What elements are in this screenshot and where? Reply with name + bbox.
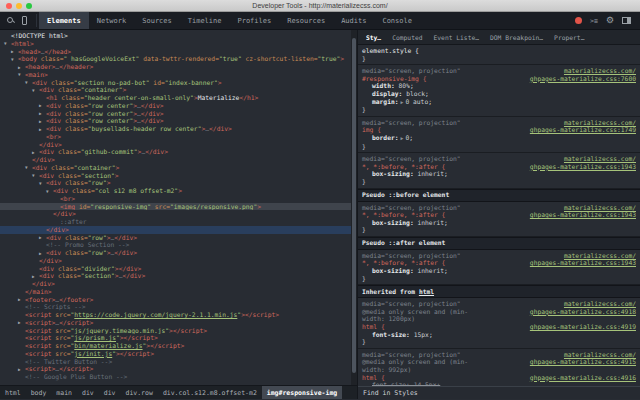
error-badge[interactable] [575, 17, 582, 24]
tree-row[interactable]: ▼<div class="section"> [0, 172, 357, 180]
chevron-right-icon[interactable]: ▶ [11, 48, 18, 55]
tree-row[interactable]: <!-- Twitter Button --> [0, 358, 357, 366]
find-in-styles-input[interactable]: Find in Styles [358, 386, 640, 399]
chevron-right-icon[interactable]: ▶ [32, 149, 39, 156]
chevron-down-icon[interactable]: ▼ [39, 180, 46, 187]
tab-sources[interactable]: Sources [134, 12, 180, 29]
chevron-down-icon[interactable]: ▼ [11, 56, 18, 63]
settings-gear-icon[interactable]: ⚙ [606, 16, 614, 25]
tree-row[interactable]: ▶<div class="row">…</div> [0, 234, 357, 242]
tree-row[interactable]: ▶<div class="row center">…</div> [0, 102, 357, 110]
tab-audits[interactable]: Audits [333, 12, 374, 29]
tree-row[interactable]: ▶<script>…</script> [0, 319, 357, 327]
tree-row[interactable]: ▶<div class="section">…</div> [0, 272, 357, 280]
elements-scrollbar[interactable] [351, 30, 357, 385]
tree-row[interactable]: <br> [0, 133, 357, 141]
chevron-right-icon[interactable]: ▶ [39, 234, 46, 241]
breadcrumb-item-body[interactable]: body [26, 386, 52, 399]
stylesheet-link[interactable]: materializecss.com/ [564, 252, 636, 260]
tree-row[interactable]: <br> [0, 195, 357, 203]
stylesheet-link[interactable]: ghpages-materialize.css:1749 [530, 126, 636, 134]
tree-row[interactable]: </div> [0, 280, 357, 288]
tree-row[interactable]: ▼<main> [0, 71, 357, 79]
tree-row[interactable]: <div class="divider"></div> [0, 265, 357, 273]
tree-row[interactable]: ▶<div class="row center">…</div> [0, 110, 357, 118]
tree-row[interactable]: <script src="js/jquery.timeago.min.js"><… [0, 327, 357, 335]
tree-row[interactable]: ::after [0, 218, 357, 226]
chevron-down-icon[interactable]: ▼ [18, 71, 25, 78]
inspect-icon[interactable] [7, 17, 15, 25]
sidebar-tab-propert[interactable]: Propert… [554, 34, 584, 41]
stylesheet-link[interactable]: materializecss.com/ [564, 204, 636, 212]
tab-timeline[interactable]: Timeline [180, 12, 230, 29]
breadcrumb-item-div[interactable]: div [99, 386, 121, 399]
tree-row[interactable]: ▼<div class="container"> [0, 86, 357, 94]
tree-row[interactable]: <script src="https://code.jquery.com/jqu… [0, 311, 357, 319]
tree-row[interactable]: ▼<div class="col s12 m8 offset-m2"> [0, 187, 357, 195]
breadcrumb-item-div[interactable]: div [77, 386, 99, 399]
breadcrumb-item-main[interactable]: main [51, 386, 77, 399]
stylesheet-link[interactable]: materializecss.com/ [564, 67, 636, 75]
breadcrumb-item-img-responsive-img[interactable]: img#responsive-img [262, 386, 342, 399]
chevron-down-icon[interactable]: ▼ [4, 40, 11, 47]
tree-row[interactable]: ▼<body class=" hasGoogleVoiceExt" data-t… [0, 55, 357, 63]
stylesheet-link[interactable]: ghpages-materialize.css:1943 [530, 163, 636, 171]
stylesheet-link[interactable]: materializecss.com/ [564, 119, 636, 127]
stylesheet-link[interactable]: materializecss.com/ [564, 155, 636, 163]
chevron-down-icon[interactable]: ▼ [32, 172, 39, 179]
zoom-button[interactable] [26, 3, 32, 9]
tree-row[interactable]: ▼<html> [0, 40, 357, 48]
chevron-down-icon[interactable]: ▼ [32, 87, 39, 94]
tree-row[interactable]: ▶<script>…</script> [0, 365, 357, 373]
tree-row[interactable]: </div> [0, 141, 357, 149]
chevron-right-icon[interactable]: ▶ [32, 273, 39, 280]
sidebar-tab-eventliste[interactable]: Event Liste… [434, 34, 480, 41]
stylesheet-link[interactable]: materializecss.com/ [564, 351, 636, 359]
breadcrumb-item-div-col-s12-m8-offset-m2[interactable]: div.col.s12.m8.offset-m2 [158, 386, 262, 399]
minimize-button[interactable] [16, 3, 22, 9]
tab-network[interactable]: Network [89, 12, 135, 29]
chevron-right-icon[interactable]: ▶ [39, 250, 46, 257]
tab-elements[interactable]: Elements [39, 12, 89, 29]
tree-row[interactable]: ▼<div class="section no-pad-bot" id="ind… [0, 79, 357, 87]
tree-row[interactable]: ▶<div class="row">…</div> [0, 249, 357, 257]
tree-row[interactable]: ▶<div class="row center">…</div> [0, 117, 357, 125]
breadcrumb-item-html[interactable]: html [0, 386, 26, 399]
chevron-right-icon[interactable]: ▶ [39, 110, 46, 117]
tab-console[interactable]: Console [374, 12, 420, 29]
tree-row[interactable]: ▶<div class="github-commit">…</div> [0, 148, 357, 156]
stylesheet-link[interactable]: ghpages-materialize.css:4918 [530, 308, 636, 316]
tree-row[interactable]: </main> [0, 288, 357, 296]
tree-row[interactable]: ▼<div class="row"> [0, 179, 357, 187]
tab-profiles[interactable]: Profiles [229, 12, 279, 29]
sidebar-tab-dombreakpoin[interactable]: DOM Breakpoin… [490, 34, 543, 41]
tree-row[interactable]: <script src="bin/materialize.js"></scrip… [0, 342, 357, 350]
tree-row[interactable]: </div> [0, 226, 357, 234]
chevron-right-icon[interactable]: ▶ [18, 319, 25, 326]
stylesheet-link[interactable]: ghpages-materialize.css:1943 [530, 211, 636, 219]
tree-row[interactable]: <script src="js/prism.js"></script> [0, 334, 357, 342]
tree-row[interactable]: <!-- Promo Section --> [0, 241, 357, 249]
tree-row[interactable]: <!-- Scripts --> [0, 303, 357, 311]
tree-row[interactable]: </div> [0, 210, 357, 218]
stylesheet-link[interactable]: ghpages-materialize.css:1943 [530, 259, 636, 267]
tree-row[interactable]: ▶<head>…</head> [0, 48, 357, 56]
chevron-right-icon[interactable]: ▶ [39, 118, 46, 125]
tree-row[interactable]: <!-- Google Plus Button --> [0, 373, 357, 381]
tree-row[interactable]: <!DOCTYPE html> [0, 32, 357, 40]
stylesheet-link[interactable]: ghpages-materialize.css:7600 [530, 75, 636, 83]
chevron-right-icon[interactable]: ▶ [39, 126, 46, 133]
scrollbar-thumb[interactable] [352, 38, 356, 373]
stylesheet-link[interactable]: ghpages-materialize.css:4919 [530, 323, 636, 331]
chevron-down-icon[interactable]: ▼ [25, 164, 32, 171]
tree-row[interactable]: <h1 class="header center-on-small-only">… [0, 94, 357, 102]
console-drawer-icon[interactable]: >≡ [590, 17, 598, 25]
chevron-down-icon[interactable]: ▼ [46, 188, 53, 195]
sidebar-tab-computed[interactable]: Computed [392, 34, 422, 41]
close-button[interactable] [6, 3, 12, 9]
chevron-right-icon[interactable]: ▶ [18, 296, 25, 303]
breadcrumb-item-div-row[interactable]: div.row [120, 386, 157, 399]
tree-row[interactable]: <img id="responsive-img" src="images/res… [0, 203, 357, 211]
tree-row[interactable]: ▶<footer>…</footer> [0, 296, 357, 304]
chevron-down-icon[interactable]: ▼ [25, 79, 32, 86]
